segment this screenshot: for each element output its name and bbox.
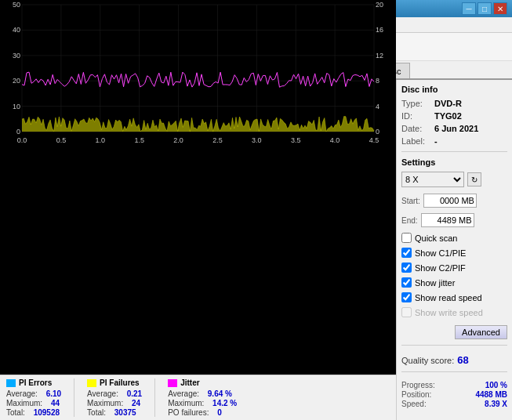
checkbox-c1-pie-label: Show C1/PIE [415,248,466,258]
disc-date-row: Date: 6 Jun 2021 [401,124,507,133]
jitter-label: Jitter [180,378,199,387]
disc-type-row: Type: DVD-R [401,99,507,108]
pi-failures-max: 24 [132,399,140,407]
checkbox-quick-scan: Quick scan [401,233,507,243]
divider-1 [74,378,74,417]
pi-errors-label: PI Errors [19,378,52,387]
pi-errors-color [6,379,16,387]
jitter-max: 14.2 % [212,399,237,407]
minimize-button[interactable]: ─ [462,2,476,15]
start-input[interactable] [423,194,477,208]
checkbox-c2-pif-label: Show C2/PIF [415,263,466,273]
settings-title: Settings [401,158,507,167]
disc-id-val: TYG02 [434,111,462,121]
start-label: Start: [401,197,420,205]
end-label: End: [401,216,418,225]
disc-type-val: DVD-R [434,99,462,108]
quality-score-value: 68 [457,354,468,366]
checkbox-c2-pif-input[interactable] [401,262,412,273]
speed-row: 8 X ↻ [401,172,507,187]
jitter-group: Jitter Average: 9.64 % Maximum: 14.2 % P… [168,378,237,417]
quality-score-row: Quality score: 68 [401,354,507,366]
position-val: 4488 MB [475,390,507,399]
checkbox-c1-pie: Show C1/PIE [401,248,507,258]
quality-score-label: Quality score: [401,356,454,365]
divider-quality [401,345,507,346]
checkbox-quick-scan-label: Quick scan [415,234,457,243]
pi-errors-total: 109528 [34,408,60,417]
checkbox-jitter: Show jitter [401,277,507,288]
jitter-po: 0 [217,408,222,417]
progress-val: 100 % [485,381,507,389]
pi-errors-avg: 6.10 [46,389,61,398]
checkbox-read-speed-label: Show read speed [415,293,482,302]
disc-id-row: ID: TYG02 [401,111,507,121]
pi-errors-max: 44 [51,399,60,407]
pi-failures-label: PI Failures [100,378,140,387]
disc-info-title: Disc info [401,85,507,94]
pi-failures-group: PI Failures Average: 0.21 Maximum: 24 To… [87,378,142,417]
speed-val: 8.39 X [485,400,507,408]
maximize-button[interactable]: □ [478,2,492,15]
right-panel: Disc info Type: DVD-R ID: TYG02 Date: 6 … [396,80,512,420]
divider-progress [401,371,507,372]
checkbox-read-speed: Show read speed [401,292,507,302]
stats-bar: PI Errors Average: 6.10 Maximum: 44 Tota… [0,375,396,420]
main-content: PI Errors Average: 6.10 Maximum: 44 Tota… [0,80,512,420]
disc-date-val: 6 Jun 2021 [434,124,478,133]
divider-settings [401,151,507,152]
checkbox-c2-pif: Show C2/PIF [401,262,507,273]
checkbox-jitter-input[interactable] [401,277,412,288]
pi-errors-group: PI Errors Average: 6.10 Maximum: 44 Tota… [6,378,61,417]
progress-section: Progress: 100 % Position: 4488 MB Speed:… [401,381,507,409]
speed-select[interactable]: 8 X [401,172,464,187]
checkbox-jitter-label: Show jitter [415,278,455,288]
pi-failures-color [87,379,96,387]
divider-2 [154,378,155,417]
jitter-avg: 9.64 % [208,389,232,398]
checkbox-quick-scan-input[interactable] [401,233,412,243]
refresh-icon[interactable]: ↻ [467,172,481,186]
jitter-color [168,379,177,387]
disc-label-row: Label: - [401,136,507,146]
disc-label-val: - [434,136,438,146]
checkbox-c1-pie-input[interactable] [401,248,412,258]
close-button[interactable]: ✕ [493,2,507,15]
checkbox-write-speed-label: Show write speed [415,308,483,317]
end-input[interactable] [421,213,474,227]
checkbox-read-speed-input[interactable] [401,292,412,302]
checkbox-write-speed: Show write speed [401,307,507,317]
pi-failures-total: 30375 [114,408,136,417]
chart-bottom [0,80,396,146]
advanced-button[interactable]: Advanced [455,325,507,339]
checkbox-write-speed-input [401,307,412,317]
charts-container [0,80,396,375]
window-controls: ─ □ ✕ [462,2,507,15]
pi-failures-avg: 0.21 [127,389,142,398]
